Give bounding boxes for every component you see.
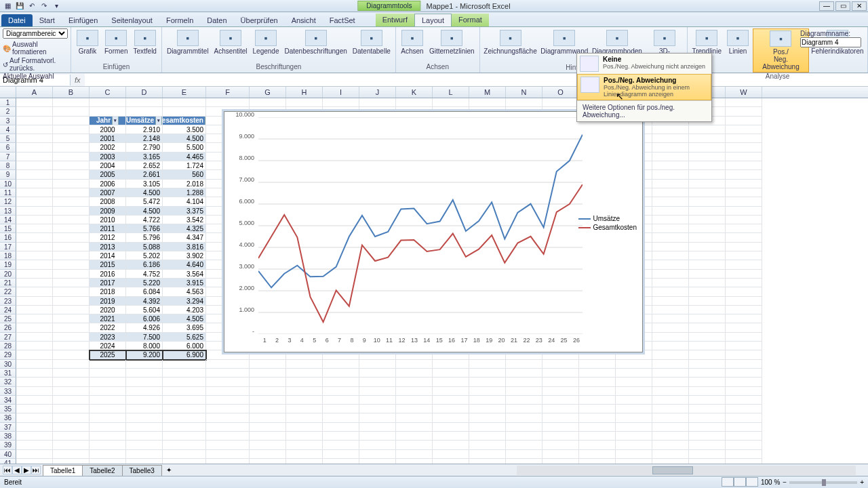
cell-W21[interactable] (726, 279, 762, 287)
cell-U5[interactable] (652, 134, 689, 143)
cell-O30[interactable] (542, 360, 579, 369)
col-header-N[interactable]: N (506, 87, 542, 98)
sheet-tab-tabelle3[interactable]: Tabelle3 (122, 465, 162, 476)
cell-C25[interactable]: 2021 (90, 314, 126, 323)
cell-C11[interactable]: 2007 (90, 188, 126, 197)
cell-E18[interactable]: 3.902 (163, 251, 206, 260)
cell-V22[interactable] (689, 287, 726, 296)
cell-A2[interactable] (16, 107, 53, 116)
tab-format[interactable]: Format (452, 14, 489, 26)
cell-I33[interactable] (323, 387, 359, 396)
row-header-14[interactable]: 14 (0, 216, 16, 224)
cell-L41[interactable] (433, 459, 469, 464)
ribbon-achsentitel[interactable]: ▪Achsentitel (212, 28, 250, 56)
col-header-F[interactable]: F (206, 87, 250, 98)
cell-U40[interactable] (652, 450, 689, 459)
cell-M34[interactable] (469, 396, 506, 405)
cell-U16[interactable] (652, 233, 689, 242)
cell-G35[interactable] (250, 405, 286, 413)
cell-W20[interactable] (726, 270, 762, 279)
cell-T35[interactable] (616, 405, 652, 413)
cell-A20[interactable] (16, 270, 53, 279)
cell-C23[interactable]: 2019 (90, 297, 126, 306)
cell-M39[interactable] (469, 441, 506, 449)
cell-F1[interactable] (206, 98, 250, 107)
cell-U32[interactable] (652, 378, 689, 386)
cell-J36[interactable] (359, 413, 396, 422)
cell-D14[interactable]: 4.722 (126, 216, 163, 224)
cell-H37[interactable] (286, 423, 323, 432)
cell-F35[interactable] (206, 405, 250, 413)
cell-A19[interactable] (16, 260, 53, 269)
cell-U30[interactable] (652, 360, 689, 369)
cell-V13[interactable] (689, 207, 726, 216)
col-header-W[interactable]: W (726, 87, 762, 98)
cell-H36[interactable] (286, 413, 323, 422)
cell-K34[interactable] (396, 396, 433, 405)
cell-V36[interactable] (689, 413, 726, 422)
cell-U19[interactable] (652, 260, 689, 269)
cell-C36[interactable] (90, 413, 126, 422)
row-header-8[interactable]: 8 (0, 161, 16, 170)
cell-D32[interactable] (126, 378, 163, 386)
col-header-C[interactable]: C (90, 87, 126, 98)
cell-B20[interactable] (53, 270, 90, 279)
cell-D33[interactable] (126, 387, 163, 396)
row-header-33[interactable]: 33 (0, 387, 16, 396)
cell-D15[interactable]: 5.766 (126, 224, 163, 233)
cell-U31[interactable] (652, 369, 689, 378)
fx-icon[interactable]: fx (71, 76, 85, 84)
cell-M36[interactable] (469, 413, 506, 422)
cell-K40[interactable] (396, 450, 433, 459)
cell-C31[interactable] (90, 369, 126, 378)
cell-J35[interactable] (359, 405, 396, 413)
row-header-41[interactable]: 41 (0, 459, 16, 464)
cell-C8[interactable]: 2004 (90, 161, 126, 170)
cell-A1[interactable] (16, 98, 53, 107)
col-header-M[interactable]: M (469, 87, 506, 98)
cell-U24[interactable] (652, 306, 689, 314)
cell-B19[interactable] (53, 260, 90, 269)
cell-E28[interactable]: 6.000 (163, 342, 206, 350)
cell-P31[interactable] (579, 369, 616, 378)
cell-H32[interactable] (286, 378, 323, 386)
cell-O41[interactable] (542, 459, 579, 464)
cell-E40[interactable] (163, 450, 206, 459)
cell-O32[interactable] (542, 378, 579, 386)
worksheet-grid[interactable]: ABCDEFGHIJKLMNOPTUVW 123Jahr ▾Umsätze ▾G… (0, 87, 868, 464)
cell-M30[interactable] (469, 360, 506, 369)
cell-A33[interactable] (16, 387, 53, 396)
cell-O33[interactable] (542, 387, 579, 396)
cell-W37[interactable] (726, 423, 762, 432)
cell-C19[interactable]: 2015 (90, 260, 126, 269)
row-header-1[interactable]: 1 (0, 98, 16, 107)
zoom-level[interactable]: 100 % (761, 479, 780, 486)
cell-E1[interactable] (163, 98, 206, 107)
cell-E15[interactable]: 4.325 (163, 224, 206, 233)
ribbon-datenbeschriftungen[interactable]: ▪Datenbeschriftungen (282, 28, 349, 56)
cell-W39[interactable] (726, 441, 762, 449)
cell-I39[interactable] (323, 441, 359, 449)
cell-N30[interactable] (506, 360, 542, 369)
cell-M31[interactable] (469, 369, 506, 378)
ribbon-trendlinie[interactable]: ▪Trendlinie (690, 28, 723, 56)
cell-A23[interactable] (16, 297, 53, 306)
cell-E36[interactable] (163, 413, 206, 422)
cell-E37[interactable] (163, 423, 206, 432)
cell-W22[interactable] (726, 287, 762, 296)
cell-F37[interactable] (206, 423, 250, 432)
cell-J33[interactable] (359, 387, 396, 396)
cell-D39[interactable] (126, 441, 163, 449)
cell-T32[interactable] (616, 378, 652, 386)
cell-W15[interactable] (726, 224, 762, 233)
cell-V7[interactable] (689, 152, 726, 161)
cell-C4[interactable]: 2000 (90, 125, 126, 134)
cell-B1[interactable] (53, 98, 90, 107)
cell-N38[interactable] (506, 432, 542, 441)
cell-W5[interactable] (726, 134, 762, 143)
cell-C17[interactable]: 2013 (90, 243, 126, 251)
cell-E8[interactable]: 1.724 (163, 161, 206, 170)
cell-I32[interactable] (323, 378, 359, 386)
cell-E35[interactable] (163, 405, 206, 413)
filter-icon[interactable]: ▾ (155, 117, 162, 125)
